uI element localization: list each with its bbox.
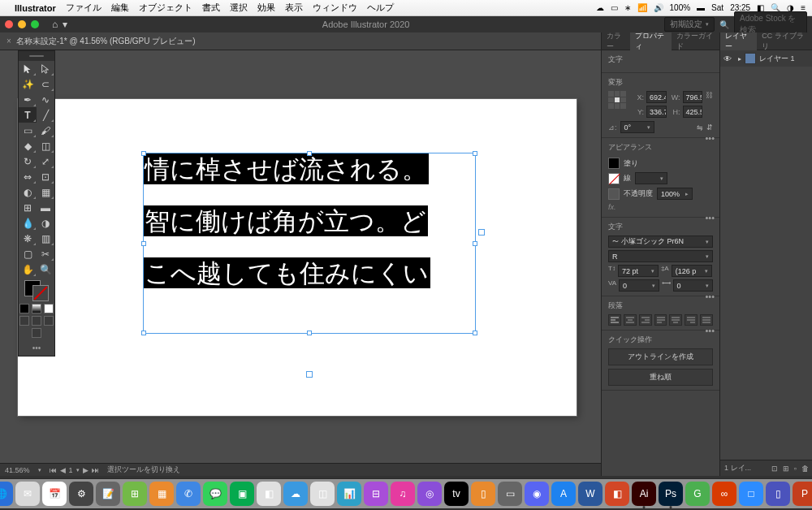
fill-stroke-swatch[interactable]: [24, 280, 49, 301]
tab-color[interactable]: カラー: [602, 32, 630, 50]
handle-ml[interactable]: [141, 241, 146, 246]
slice-tool[interactable]: ✂: [37, 246, 54, 261]
dock-app-28[interactable]: Ps: [659, 482, 683, 506]
screen-icon[interactable]: ▭: [611, 3, 618, 12]
wifi-icon[interactable]: 📶: [637, 3, 647, 12]
menu-effect[interactable]: 効果: [257, 2, 275, 14]
dock-app-3[interactable]: 🌐: [0, 482, 13, 506]
menu-window[interactable]: ウィンドウ: [313, 2, 357, 14]
dock-app-31[interactable]: □: [739, 482, 763, 506]
symbol-tool[interactable]: ❋: [19, 231, 37, 246]
dock-app-16[interactable]: 📊: [337, 482, 361, 506]
line-tool[interactable]: ╱: [37, 107, 54, 123]
menu-help[interactable]: ヘルプ: [367, 2, 394, 14]
lasso-tool[interactable]: ⊂: [37, 76, 54, 92]
justify-center[interactable]: [669, 314, 682, 326]
opacity-val[interactable]: 100%▸: [657, 188, 693, 200]
artboard-tool[interactable]: ▢: [19, 246, 37, 261]
leading[interactable]: (126 p▾: [672, 265, 712, 277]
magic-wand-tool[interactable]: ✨: [19, 76, 37, 92]
shaper-tool[interactable]: ◆: [19, 138, 37, 153]
tab-cc-libraries[interactable]: CC ライブラリ: [757, 32, 812, 50]
thread-port[interactable]: [478, 229, 485, 236]
first-artboard[interactable]: ⏮: [50, 466, 57, 474]
flip-v-icon[interactable]: ⇵: [706, 123, 713, 132]
workspace[interactable]: 情に棹させば流される。 智に働けば角が立つ。ど こへ越しても住みにくい: [0, 50, 601, 476]
dock-app-13[interactable]: ◧: [257, 482, 281, 506]
curvature-tool[interactable]: ∿: [37, 92, 54, 107]
dock-app-7[interactable]: 📝: [96, 482, 120, 506]
close-doc-icon[interactable]: ×: [6, 37, 11, 45]
maximize-button[interactable]: [31, 20, 39, 28]
dock-app-25[interactable]: W: [578, 482, 603, 506]
handle-tm[interactable]: [307, 151, 312, 156]
app-name[interactable]: Illustrator: [15, 3, 56, 13]
dock-app-17[interactable]: ⊟: [364, 482, 388, 506]
handle-bl[interactable]: [141, 331, 146, 335]
free-transform-tool[interactable]: ⊡: [37, 169, 54, 184]
layer-row[interactable]: 👁 ▸ レイヤー 1: [720, 50, 812, 67]
draw-behind[interactable]: [32, 316, 41, 326]
zoom-tool[interactable]: 🔍: [37, 261, 54, 277]
document-tab[interactable]: 名称未設定-1* @ 41.56% (RGB/GPU プレビュー): [16, 36, 196, 47]
dock-app-8[interactable]: ⊞: [123, 482, 147, 506]
dock-app-4[interactable]: ✉: [15, 482, 40, 506]
screen-mode[interactable]: [32, 328, 41, 338]
menu-view[interactable]: 表示: [285, 2, 303, 14]
width-tool[interactable]: ⇔: [19, 169, 37, 184]
dock-app-9[interactable]: ▦: [149, 482, 174, 506]
eraser-tool[interactable]: ◫: [37, 138, 54, 153]
direct-select-tool[interactable]: [37, 61, 54, 76]
handle-bm[interactable]: [307, 331, 312, 335]
dock-app-6[interactable]: ⚙: [69, 482, 93, 506]
quick-outline[interactable]: アウトラインを作成: [608, 348, 713, 365]
dock-app-5[interactable]: 📅: [42, 482, 67, 506]
perspective-tool[interactable]: ▦: [37, 184, 54, 200]
handle-tl[interactable]: [141, 151, 146, 156]
dock-app-21[interactable]: ▯: [471, 482, 495, 506]
color-mode[interactable]: [19, 304, 29, 313]
align-right[interactable]: [639, 314, 652, 326]
draw-normal[interactable]: [19, 316, 29, 326]
eyedropper-tool[interactable]: 💧: [19, 215, 37, 231]
tab-properties[interactable]: プロパティ: [630, 32, 672, 50]
transform-y[interactable]: 336.744: [646, 106, 667, 118]
transform-x[interactable]: 692.465: [646, 91, 667, 103]
kerning[interactable]: 0▾: [619, 279, 659, 292]
layer-name[interactable]: レイヤー 1: [759, 54, 795, 64]
fill-chip[interactable]: [608, 158, 620, 169]
artboard[interactable]: 情に棹させば流される。 智に働けば角が立つ。ど こへ越しても住みにくい: [18, 99, 577, 416]
dock-app-10[interactable]: ✆: [176, 482, 201, 506]
rotate-angle[interactable]: 0°▾: [620, 121, 654, 133]
draw-inside[interactable]: [44, 316, 54, 326]
mesh-tool[interactable]: ⊞: [19, 200, 37, 215]
dock-app-12[interactable]: ▣: [230, 482, 254, 506]
locate-icon[interactable]: ⊡: [771, 465, 778, 473]
paragraph-more[interactable]: •••: [705, 326, 715, 335]
fx-button[interactable]: fx.: [608, 203, 616, 211]
brush-tool[interactable]: 🖌: [37, 123, 54, 138]
dock-app-18[interactable]: ♫: [391, 482, 415, 506]
volume-icon[interactable]: 🔊: [654, 3, 663, 12]
minimize-button[interactable]: [18, 20, 26, 28]
dock-app-23[interactable]: ◉: [525, 482, 549, 506]
gradient-tool[interactable]: ▬: [37, 200, 54, 215]
delete-layer-icon[interactable]: 🗑: [801, 465, 809, 473]
gradient-mode[interactable]: [32, 304, 41, 313]
quick-arrange[interactable]: 重ね順: [608, 369, 713, 386]
blend-tool[interactable]: ◑: [37, 215, 54, 231]
new-sublayer-icon[interactable]: ▫: [794, 465, 797, 473]
menu-file[interactable]: ファイル: [66, 2, 102, 14]
dock-app-24[interactable]: A: [551, 482, 576, 506]
close-button[interactable]: [5, 20, 13, 28]
stroke-swatch[interactable]: [32, 285, 49, 301]
rect-tool[interactable]: ▭: [19, 123, 37, 138]
visibility-icon[interactable]: 👁: [723, 54, 735, 63]
workspace-preset[interactable]: 初期設定▾: [664, 17, 715, 32]
font-family[interactable]: 〜小塚ゴシック Pr6N▾: [608, 236, 713, 248]
handle-tr[interactable]: [473, 151, 477, 156]
stroke-chip[interactable]: [608, 173, 620, 184]
out-port[interactable]: [306, 371, 313, 378]
home-icon[interactable]: ⌂: [52, 19, 58, 30]
artboard-num[interactable]: 1: [69, 466, 73, 474]
